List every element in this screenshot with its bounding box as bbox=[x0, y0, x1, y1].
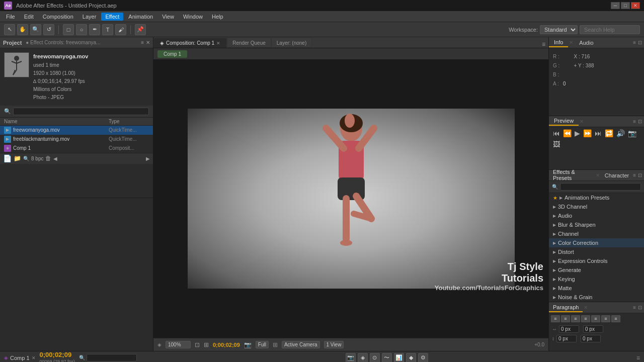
timeline-tool-3d[interactable]: ◈ bbox=[358, 353, 368, 363]
maximize-button[interactable]: □ bbox=[621, 2, 630, 9]
info-expand-icon[interactable]: ⊡ bbox=[638, 40, 642, 45]
close-button[interactable]: ✕ bbox=[631, 2, 640, 9]
space-after-input[interactable] bbox=[581, 335, 601, 342]
file-item-comp[interactable]: ◈ Comp 1 Composit... bbox=[0, 144, 153, 153]
tool-text[interactable]: T bbox=[102, 24, 113, 35]
tool-puppet[interactable]: 📌 bbox=[135, 24, 146, 35]
menu-edit[interactable]: Edit bbox=[20, 13, 38, 21]
effect-group-distort[interactable]: ▶ Distort bbox=[549, 247, 644, 256]
tool-shape-rect[interactable]: □ bbox=[63, 24, 74, 35]
timeline-tool-settings[interactable]: ⚙ bbox=[418, 353, 428, 363]
indent-right-input[interactable] bbox=[583, 325, 603, 333]
para-menu-icon[interactable]: ≡ bbox=[633, 305, 636, 310]
timeline-tool-motion[interactable]: 〜 bbox=[382, 353, 392, 363]
effect-group-blur[interactable]: ▶ Blur & Sharpen bbox=[549, 220, 644, 229]
file-item-yoga[interactable]: ▶ freewomanyoga.mov QuickTime... bbox=[0, 126, 153, 135]
effect-group-generate[interactable]: ▶ Generate bbox=[549, 265, 644, 275]
panel-expand-icon[interactable]: ✕ bbox=[146, 40, 150, 45]
play-button[interactable]: ▶ bbox=[575, 129, 580, 137]
step-back-button[interactable]: ⏪ bbox=[563, 129, 572, 137]
audio-tab[interactable]: Audio bbox=[574, 39, 598, 47]
tool-shape-ellipse[interactable]: ○ bbox=[76, 24, 87, 35]
viewer-quality[interactable]: Full bbox=[256, 341, 269, 348]
search-help-input[interactable] bbox=[580, 25, 640, 34]
preview-expand-icon[interactable]: ⊡ bbox=[638, 119, 642, 124]
para-justify-right[interactable]: ≡ bbox=[601, 315, 610, 322]
para-justify-center[interactable]: ≡ bbox=[591, 315, 600, 322]
menu-layer[interactable]: Layer bbox=[78, 13, 101, 21]
snapshot-button[interactable]: 📷 bbox=[628, 129, 636, 137]
workspace-dropdown[interactable]: Standard bbox=[540, 25, 578, 34]
viewer-options-icon[interactable]: ≡ bbox=[542, 41, 545, 48]
tool-hand[interactable]: ✋ bbox=[17, 24, 28, 35]
effect-group-color[interactable]: ▶ Color Correction bbox=[549, 238, 644, 247]
space-before-input[interactable] bbox=[556, 335, 577, 342]
file-item-black[interactable]: ▶ freeblackmanturning.mov QuickTime... bbox=[0, 135, 153, 144]
para-align-left[interactable]: ≡ bbox=[551, 315, 560, 322]
show-snapshot-button[interactable]: 🖼 bbox=[553, 140, 560, 148]
effect-group-keying[interactable]: ▶ Keying bbox=[549, 275, 644, 284]
timeline-tool-solo[interactable]: ⊙ bbox=[370, 353, 380, 363]
character-tab[interactable]: Character bbox=[601, 171, 633, 179]
render-queue-tab[interactable]: Render Queue bbox=[227, 38, 271, 48]
nav-fwd-icon[interactable]: ▶ bbox=[146, 156, 150, 161]
tool-zoom[interactable]: 🔍 bbox=[30, 24, 41, 35]
menu-composition[interactable]: Composition bbox=[39, 13, 77, 21]
trash-icon[interactable]: 🗑 bbox=[45, 155, 51, 162]
preview-menu-icon[interactable]: ≡ bbox=[633, 119, 636, 124]
para-justify-left[interactable]: ≡ bbox=[581, 315, 590, 322]
effects-menu-icon[interactable]: ≡ bbox=[633, 172, 636, 178]
viewer-camera-label[interactable]: Active Camera bbox=[282, 341, 320, 348]
para-align-center[interactable]: ≡ bbox=[561, 315, 570, 322]
timeline-tool-camera[interactable]: 📷 bbox=[346, 353, 356, 363]
comp-tab-main[interactable]: ◈ Composition: Comp 1 ✕ bbox=[153, 38, 227, 48]
info-menu-icon[interactable]: ≡ bbox=[633, 40, 636, 45]
new-item-icon[interactable]: 📄 bbox=[3, 154, 12, 162]
timeline-tool-keyframe[interactable]: ◆ bbox=[406, 353, 416, 363]
effect-group-3d[interactable]: ▶ 3D Channel bbox=[549, 202, 644, 211]
menu-window[interactable]: Window bbox=[179, 13, 207, 21]
menu-file[interactable]: File bbox=[2, 13, 19, 21]
tool-select[interactable]: ↖ bbox=[4, 24, 15, 35]
effect-group-audio[interactable]: ▶ Audio bbox=[549, 211, 644, 220]
effect-group-animation[interactable]: ★ ▶ Animation Presets bbox=[549, 193, 644, 202]
menu-view[interactable]: View bbox=[158, 13, 178, 21]
preview-tab[interactable]: Preview bbox=[549, 117, 579, 126]
loop-button[interactable]: 🔁 bbox=[605, 129, 613, 137]
effect-group-expression[interactable]: ▶ Expression Controls bbox=[549, 256, 644, 265]
effects-presets-tab[interactable]: Effects & Presets bbox=[549, 168, 595, 183]
timeline-comp-label[interactable]: Comp 1 bbox=[10, 355, 30, 361]
timeline-search-input[interactable] bbox=[87, 354, 137, 361]
indent-left-input[interactable] bbox=[559, 325, 579, 333]
viewer-canvas[interactable] bbox=[188, 109, 515, 289]
menu-help[interactable]: Help bbox=[208, 13, 227, 21]
tool-brush[interactable]: 🖌 bbox=[115, 24, 126, 35]
step-fwd-button[interactable]: ⏩ bbox=[583, 129, 592, 137]
viewer-comp-tab[interactable]: Comp 1 bbox=[157, 50, 187, 58]
timeline-menu-icon[interactable]: ≡ bbox=[636, 354, 640, 361]
tool-pen[interactable]: ✒ bbox=[89, 24, 100, 35]
panel-menu-icon[interactable]: ≡ bbox=[141, 40, 144, 45]
para-expand-icon[interactable]: ⊡ bbox=[638, 305, 642, 310]
comp-tab-close[interactable]: ✕ bbox=[216, 41, 220, 46]
viewer-view-count[interactable]: 1 View bbox=[324, 341, 344, 348]
tool-rotate[interactable]: ↺ bbox=[43, 24, 54, 35]
skip-to-start-button[interactable]: ⏮ bbox=[553, 129, 560, 137]
timeline-tool-graph[interactable]: 📊 bbox=[394, 353, 404, 363]
frame-icon[interactable]: ⊡ bbox=[195, 341, 200, 348]
menu-effect[interactable]: Effect bbox=[101, 13, 123, 21]
para-align-right[interactable]: ≡ bbox=[571, 315, 580, 322]
effect-group-matte[interactable]: ▶ Matte bbox=[549, 284, 644, 293]
minimize-button[interactable]: ─ bbox=[611, 2, 620, 9]
effects-search-input[interactable] bbox=[560, 183, 641, 191]
viewer-zoom[interactable]: 100% bbox=[166, 341, 191, 348]
menu-animation[interactable]: Animation bbox=[124, 13, 157, 21]
paragraph-tab[interactable]: Paragraph bbox=[549, 303, 583, 312]
effects-expand-icon[interactable]: ⊡ bbox=[638, 172, 642, 178]
layer-tab[interactable]: Layer: (none) bbox=[271, 38, 312, 48]
effect-group-noise[interactable]: ▶ Noise & Grain bbox=[549, 293, 644, 302]
timeline-close-icon[interactable]: ✕ bbox=[32, 355, 36, 360]
effect-group-channel[interactable]: ▶ Channel bbox=[549, 229, 644, 238]
project-search-input[interactable] bbox=[13, 108, 149, 115]
snap-icon[interactable]: ⊞ bbox=[204, 341, 209, 348]
